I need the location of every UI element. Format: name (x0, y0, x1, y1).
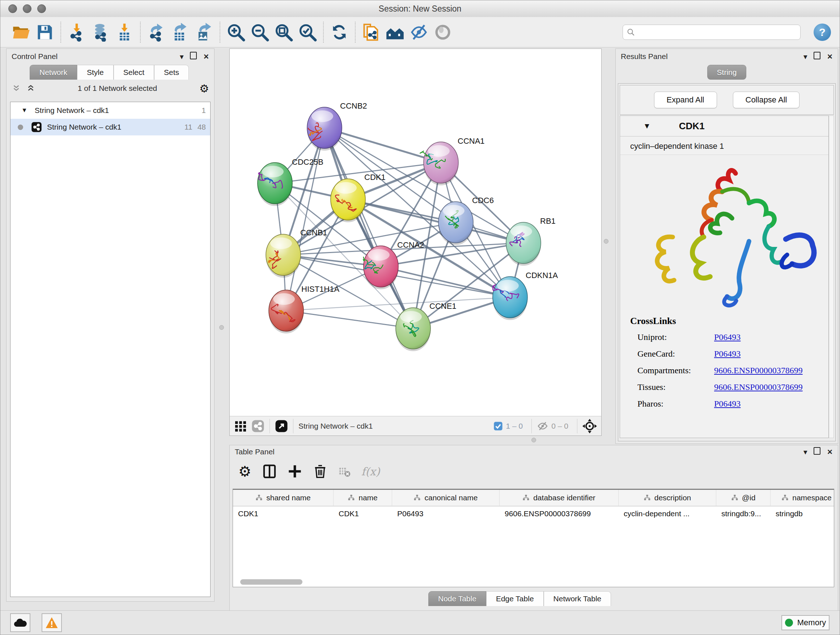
crosslink-link[interactable]: 9606.ENSP00000378699 (714, 366, 803, 375)
results-scrollbar[interactable] (829, 116, 834, 438)
birdseye-grid-icon[interactable] (234, 420, 247, 432)
network-canvas[interactable]: CCNB2CCNA1CDC25BCDK1CDC6RB1CCNB1CCNA2CDK… (230, 49, 601, 416)
open-session-button[interactable] (9, 21, 33, 44)
node-HIST1H1A[interactable]: HIST1H1A (269, 285, 339, 333)
network-options-gear-icon[interactable]: ⚙ (199, 82, 209, 95)
edge-HIST1H1A-CCNE1[interactable] (286, 310, 413, 328)
close-panel-icon[interactable]: ✕ (827, 448, 833, 456)
help-button[interactable]: ? (813, 24, 831, 41)
column-header-description[interactable]: description (619, 490, 716, 506)
zoom-fit-button[interactable] (272, 21, 295, 44)
cell-description[interactable]: cyclin-dependent ... (619, 507, 716, 523)
crosslink-link[interactable]: 9606.ENSP00000378699 (714, 382, 803, 392)
memory-status-dot (785, 619, 793, 627)
cloud-button[interactable] (10, 613, 30, 632)
function-builder-icon[interactable]: f(x) (362, 465, 380, 478)
maximize-panel-icon[interactable] (813, 447, 821, 456)
table-hscrollbar[interactable] (240, 579, 302, 585)
collapse-all-icon[interactable] (11, 84, 21, 93)
node-CCNA1[interactable]: CCNA1 (420, 136, 485, 185)
collapse-all-button[interactable]: Collapse All (733, 92, 800, 108)
save-session-button[interactable] (33, 21, 57, 44)
float-panel-icon[interactable]: ▾ (180, 52, 184, 61)
selected-checkbox-icon[interactable] (493, 421, 503, 431)
delete-column-icon[interactable] (313, 464, 327, 478)
column-header-name[interactable]: name (333, 490, 392, 506)
node-CDK1[interactable]: CDK1 (331, 173, 386, 222)
expand-all-button[interactable]: Expand All (654, 92, 717, 108)
export-image-button[interactable] (192, 21, 216, 44)
node-card-header[interactable]: ▼ CDK1 (620, 116, 829, 136)
memory-button[interactable]: Memory (782, 615, 829, 630)
edge-CCNB2-CCNE1[interactable] (325, 128, 413, 328)
right-splitter-handle[interactable] (604, 239, 608, 244)
column-header-namespace[interactable]: namespace (771, 490, 834, 506)
hidden-eye-slash-icon[interactable] (537, 420, 548, 432)
tab-style[interactable]: Style (77, 65, 114, 80)
tab-network[interactable]: Network (30, 65, 77, 80)
cell-@id[interactable]: stringdb:9... (716, 507, 771, 523)
tab-select[interactable]: Select (114, 65, 154, 80)
zoom-in-button[interactable] (224, 21, 248, 44)
tab-network-table[interactable]: Network Table (544, 591, 611, 606)
table-options-gear-icon[interactable]: ⚙ (238, 464, 251, 478)
edge-CCNB2-HIST1H1A[interactable] (286, 128, 325, 310)
refresh-button[interactable] (327, 21, 351, 44)
tab-sets[interactable]: Sets (154, 65, 189, 80)
float-panel-icon[interactable]: ▾ (804, 448, 807, 456)
show-graphics-details-button[interactable] (431, 21, 455, 44)
export-table-button[interactable] (168, 21, 192, 44)
crosslink-link[interactable]: P06493 (714, 333, 741, 342)
zoom-selected-button[interactable] (295, 21, 319, 44)
column-header-canonical-name[interactable]: canonical name (392, 490, 500, 506)
crosshair-icon[interactable] (583, 419, 597, 433)
collapse-node-icon[interactable]: ▼ (643, 122, 651, 130)
node-CDKN1A[interactable]: CDKN1A (493, 271, 558, 320)
cell-name[interactable]: CDK1 (333, 507, 392, 523)
cell-shared-name[interactable]: CDK1 (233, 507, 333, 523)
first-neighbors-button[interactable] (383, 21, 407, 44)
export-network-button[interactable] (144, 21, 168, 44)
share-network-icon[interactable] (251, 420, 264, 432)
cell-namespace[interactable]: stringdb (771, 507, 834, 523)
crosslink-link[interactable]: P06493 (714, 349, 741, 359)
hide-selected-button[interactable] (407, 21, 431, 44)
column-header-shared-name[interactable]: shared name (233, 490, 333, 506)
tab-node-table[interactable]: Node Table (428, 591, 486, 606)
network-collection-row[interactable]: ▼ String Network – cdk1 1 (11, 102, 210, 119)
show-columns-icon[interactable] (262, 464, 277, 478)
close-panel-icon[interactable]: ✕ (203, 52, 209, 61)
cell-canonical-name[interactable]: P06493 (392, 507, 500, 523)
horizontal-splitter-handle[interactable] (531, 438, 536, 442)
column-header-@id[interactable]: @id (716, 490, 771, 506)
maximize-panel-icon[interactable] (813, 52, 821, 61)
clone-network-button[interactable] (359, 21, 383, 44)
import-table-file-button[interactable] (112, 21, 136, 44)
network-row-selected[interactable]: String Network – cdk1 11 48 (11, 119, 210, 135)
search-input[interactable] (638, 27, 797, 36)
crosslink-link[interactable]: P06493 (714, 399, 741, 409)
delete-table-icon[interactable] (338, 465, 351, 478)
expand-all-icon[interactable] (26, 84, 35, 93)
node-CCNB2[interactable]: CCNB2 (307, 101, 367, 150)
import-network-file-button[interactable] (65, 21, 88, 44)
edge-CCNB2-CCNA1[interactable] (325, 128, 441, 163)
tree-expand-icon[interactable]: ▼ (21, 107, 27, 114)
add-column-icon[interactable] (287, 464, 302, 478)
tab-string[interactable]: String (707, 65, 747, 80)
tab-edge-table[interactable]: Edge Table (486, 591, 544, 606)
cell-database-identifier[interactable]: 9606.ENSP00000378699 (500, 507, 619, 523)
maximize-panel-icon[interactable] (190, 52, 197, 61)
zoom-out-button[interactable] (248, 21, 272, 44)
import-network-database-button[interactable] (88, 21, 112, 44)
left-splitter-handle[interactable] (219, 325, 224, 330)
network-graph[interactable]: CCNB2CCNA1CDC25BCDK1CDC6RB1CCNB1CCNA2CDK… (230, 49, 601, 416)
close-panel-icon[interactable]: ✕ (827, 52, 833, 61)
export-view-icon[interactable] (275, 420, 288, 432)
node-RB1[interactable]: RB1 (506, 217, 556, 266)
float-panel-icon[interactable]: ▾ (804, 52, 807, 61)
table-row[interactable]: CDK1CDK1P064939606.ENSP00000378699cyclin… (233, 507, 834, 523)
column-header-database-identifier[interactable]: database identifier (500, 490, 619, 506)
edge-CDK1-RB1[interactable] (348, 200, 523, 243)
warnings-button[interactable] (42, 613, 62, 632)
